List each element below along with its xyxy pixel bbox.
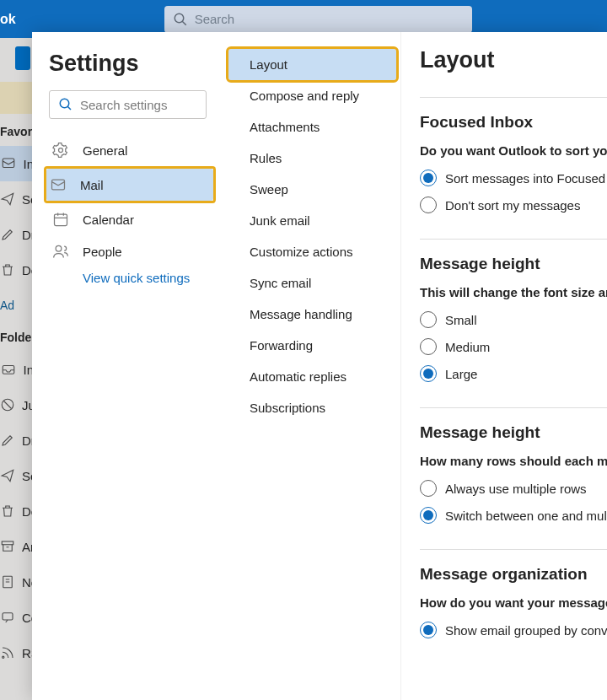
mail-icon bbox=[50, 176, 67, 193]
people-icon bbox=[52, 243, 69, 260]
settings-search-placeholder: Search settings bbox=[80, 98, 167, 112]
global-search[interactable]: Search bbox=[164, 6, 472, 33]
sub-attachments[interactable]: Attachments bbox=[231, 111, 394, 143]
settings-categories: Settings Search settings General Mail Ca… bbox=[32, 32, 224, 700]
section-focused-inbox: Focused Inbox Do you want Outlook to sor… bbox=[420, 113, 607, 213]
radio-small[interactable]: Small bbox=[420, 311, 607, 328]
section-heading: Message height bbox=[420, 255, 607, 273]
sub-forwarding[interactable]: Forwarding bbox=[231, 330, 394, 361]
section-message-organization: Message organization How do you want you… bbox=[420, 565, 607, 638]
radio-icon bbox=[420, 197, 437, 213]
settings-title: Settings bbox=[49, 51, 216, 77]
search-placeholder: Search bbox=[195, 12, 235, 26]
sub-layout[interactable]: Layout bbox=[228, 49, 396, 80]
radio-icon bbox=[420, 170, 437, 186]
divider bbox=[420, 239, 607, 240]
radio-sort-focused[interactable]: Sort messages into Focused an bbox=[420, 170, 607, 186]
radio-icon bbox=[420, 338, 437, 355]
section-desc: This will change the font size and bbox=[420, 285, 607, 299]
category-label: Calendar bbox=[83, 213, 134, 227]
radio-icon bbox=[420, 507, 437, 524]
radio-icon bbox=[420, 480, 437, 497]
svg-line-1 bbox=[182, 21, 186, 25]
radio-medium[interactable]: Medium bbox=[420, 338, 607, 355]
category-general[interactable]: General bbox=[49, 134, 216, 166]
sub-junk[interactable]: Junk email bbox=[231, 205, 394, 236]
section-desc: How do you want your messages bbox=[420, 595, 607, 610]
panel-title: Layout bbox=[420, 47, 607, 73]
sub-sweep[interactable]: Sweep bbox=[231, 174, 394, 205]
section-heading: Focused Inbox bbox=[420, 113, 607, 132]
sub-rules[interactable]: Rules bbox=[231, 143, 394, 174]
calendar-icon bbox=[52, 211, 69, 228]
section-message-height: Message height This will change the font… bbox=[420, 255, 607, 382]
section-desc: How many rows should each mess bbox=[420, 454, 607, 468]
category-label: Mail bbox=[80, 178, 104, 192]
search-icon bbox=[58, 97, 73, 112]
category-people[interactable]: People bbox=[49, 235, 216, 267]
app-name: ok bbox=[0, 12, 16, 27]
divider bbox=[420, 97, 607, 98]
svg-line-10 bbox=[67, 106, 71, 110]
gear-icon bbox=[52, 142, 69, 159]
sub-autoreply[interactable]: Automatic replies bbox=[231, 361, 394, 392]
radio-icon bbox=[420, 622, 437, 638]
section-heading: Message organization bbox=[420, 565, 607, 584]
settings-dialog: Settings Search settings General Mail Ca… bbox=[32, 32, 607, 700]
settings-search[interactable]: Search settings bbox=[49, 90, 207, 119]
category-calendar[interactable]: Calendar bbox=[49, 203, 216, 235]
category-label: People bbox=[83, 245, 122, 259]
mail-subcategories: Layout Compose and reply Attachments Rul… bbox=[224, 32, 401, 700]
svg-point-14 bbox=[56, 245, 62, 251]
view-quick-settings-link[interactable]: View quick settings bbox=[49, 271, 216, 285]
category-mail[interactable]: Mail bbox=[46, 169, 213, 201]
divider bbox=[420, 407, 607, 408]
sub-compose[interactable]: Compose and reply bbox=[231, 80, 394, 111]
section-desc: Do you want Outlook to sort your bbox=[420, 143, 607, 158]
radio-switch-rows[interactable]: Switch between one and multi bbox=[420, 507, 607, 524]
sub-subscriptions[interactable]: Subscriptions bbox=[231, 392, 394, 423]
svg-rect-13 bbox=[55, 214, 67, 225]
svg-point-11 bbox=[59, 148, 63, 153]
svg-point-0 bbox=[175, 13, 184, 23]
category-label: General bbox=[83, 143, 127, 158]
sub-sync[interactable]: Sync email bbox=[231, 267, 394, 299]
radio-icon bbox=[420, 365, 437, 382]
section-message-rows: Message height How many rows should each… bbox=[420, 423, 607, 524]
radio-large[interactable]: Large bbox=[420, 365, 607, 382]
radio-icon bbox=[420, 311, 437, 328]
divider bbox=[420, 549, 607, 550]
sub-customize[interactable]: Customize actions bbox=[231, 236, 394, 267]
radio-dont-sort[interactable]: Don't sort my messages bbox=[420, 197, 607, 213]
svg-point-9 bbox=[60, 99, 69, 108]
radio-grouped[interactable]: Show email grouped by conve bbox=[420, 622, 607, 638]
search-icon bbox=[173, 12, 188, 27]
radio-always-multi[interactable]: Always use multiple rows bbox=[420, 480, 607, 497]
sub-handling[interactable]: Message handling bbox=[231, 299, 394, 330]
layout-panel: Layout Focused Inbox Do you want Outlook… bbox=[401, 32, 607, 700]
svg-rect-12 bbox=[52, 180, 65, 190]
section-heading: Message height bbox=[420, 423, 607, 442]
